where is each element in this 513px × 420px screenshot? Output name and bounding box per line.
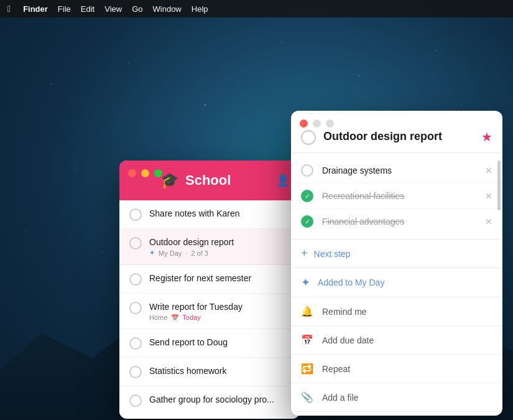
paperclip-icon: 📎 — [301, 391, 313, 403]
menubar-edit[interactable]: Edit — [81, 4, 95, 14]
school-window-controls — [128, 169, 162, 177]
school-share-icon[interactable]: 👤 — [276, 174, 290, 187]
task-title: Share notes with Karen — [149, 208, 290, 219]
task-subtitle: Home 📅 Today — [149, 314, 290, 321]
task-count-label: · — [185, 250, 187, 257]
subtask-item[interactable]: Drainage systems ✕ — [291, 158, 502, 184]
detail-task-title: Outdoor design report — [323, 130, 442, 143]
repeat-label: Repeat — [322, 364, 350, 374]
list-item[interactable]: Write report for Tuesday Home 📅 Today — [119, 294, 300, 329]
remind-me-button[interactable]: 🔔 Remind me — [291, 297, 502, 326]
menubar-window[interactable]: Window — [153, 4, 182, 14]
add-step-label: Next step — [314, 249, 351, 259]
detail-window: Outdoor design report ★ Drainage systems… — [291, 111, 502, 416]
school-window-title: School — [185, 172, 231, 189]
task-title: Outdoor design report — [149, 236, 290, 248]
school-window: 🎓 School 👤 Share notes with Karen Outdoo… — [119, 161, 300, 419]
task-title: Write report for Tuesday — [149, 301, 290, 312]
task-complete-circle[interactable] — [129, 237, 142, 250]
plus-icon: + — [301, 247, 308, 260]
task-step-count: 2 of 3 — [191, 250, 208, 257]
subtask-title: Financial advantages — [322, 217, 476, 226]
task-subtitle: ✦ My Day · 2 of 3 — [149, 249, 290, 257]
task-content: Gather group for sociology pro... — [149, 394, 290, 405]
add-step-button[interactable]: + Next step — [291, 240, 502, 268]
detail-maximize-button[interactable] — [326, 119, 334, 128]
task-content: Write report for Tuesday Home 📅 Today — [149, 301, 290, 321]
detail-title-row: Outdoor design report ★ — [323, 129, 492, 144]
detail-minimize-button[interactable] — [313, 119, 321, 128]
add-file-label: Add a file — [322, 393, 358, 403]
school-title-area: 🎓 School — [160, 172, 231, 189]
task-myday-label: My Day — [159, 250, 182, 257]
task-home-label: Home — [149, 314, 167, 321]
detail-close-button[interactable] — [300, 119, 308, 128]
subtask-circle-completed[interactable]: ✓ — [301, 215, 313, 228]
menubar-view[interactable]: View — [104, 4, 122, 14]
school-window-header: 🎓 School 👤 — [119, 161, 300, 200]
school-emoji-icon: 🎓 — [160, 172, 179, 189]
sun-small-icon: ✦ — [149, 249, 155, 257]
myday-button[interactable]: ✦ Added to My Day — [291, 268, 502, 297]
scrollbar[interactable] — [497, 161, 501, 210]
bell-icon: 🔔 — [301, 306, 313, 317]
task-title: Send report to Doug — [149, 337, 290, 348]
sun-icon: ✦ — [301, 276, 310, 289]
list-item[interactable]: Share notes with Karen — [119, 200, 300, 229]
subtask-item[interactable]: ✓ Financial advantages ✕ — [291, 209, 502, 234]
add-file-button[interactable]: 📎 Add a file — [291, 383, 502, 412]
menubar-finder[interactable]: Finder — [23, 4, 48, 14]
task-complete-circle[interactable] — [129, 394, 142, 407]
task-today-label: Today — [182, 314, 200, 321]
menubar-help[interactable]: Help — [192, 4, 208, 14]
school-task-list: Share notes with Karen Outdoor design re… — [119, 200, 300, 414]
due-date-button[interactable]: 📅 Add due date — [291, 326, 502, 355]
star-icon[interactable]: ★ — [481, 129, 492, 144]
repeat-button[interactable]: 🔁 Repeat — [291, 355, 502, 383]
task-title: Register for next semester — [149, 273, 290, 284]
remind-label: Remind me — [322, 307, 367, 317]
task-content: Share notes with Karen — [149, 208, 290, 219]
apple-menu-icon[interactable]:  — [7, 4, 11, 14]
list-item[interactable]: Statistics homework — [119, 358, 300, 386]
task-content: Statistics homework — [149, 365, 290, 376]
task-complete-circle[interactable] — [129, 302, 142, 314]
detail-header: Outdoor design report ★ — [291, 111, 502, 153]
menubar:  Finder File Edit View Go Window Help — [0, 0, 513, 17]
subtask-remove-icon[interactable]: ✕ — [485, 191, 492, 201]
detail-subtasks-section: Drainage systems ✕ ✓ Recreational facili… — [291, 153, 502, 240]
detail-window-controls — [300, 119, 334, 128]
task-title: Statistics homework — [149, 365, 290, 376]
list-item[interactable]: Gather group for sociology pro... — [119, 386, 300, 414]
subtask-remove-icon[interactable]: ✕ — [485, 166, 492, 175]
task-complete-circle[interactable] — [129, 366, 142, 378]
repeat-icon: 🔁 — [301, 363, 313, 375]
calendar-small-icon: 📅 — [171, 314, 178, 321]
school-maximize-button[interactable] — [154, 169, 162, 177]
school-minimize-button[interactable] — [141, 169, 149, 177]
list-item[interactable]: Register for next semester — [119, 265, 300, 294]
task-content: Outdoor design report ✦ My Day · 2 of 3 — [149, 236, 290, 257]
list-item[interactable]: Send report to Doug — [119, 329, 300, 358]
due-date-label: Add due date — [322, 335, 374, 345]
subtask-item[interactable]: ✓ Recreational facilities ✕ — [291, 184, 502, 209]
menubar-file[interactable]: File — [58, 4, 71, 14]
subtask-circle[interactable] — [301, 164, 313, 177]
task-content: Send report to Doug — [149, 337, 290, 348]
task-title: Gather group for sociology pro... — [149, 394, 290, 405]
detail-task-circle[interactable] — [301, 130, 316, 145]
list-item[interactable]: Outdoor design report ✦ My Day · 2 of 3 — [119, 229, 300, 265]
task-content: Register for next semester — [149, 273, 290, 284]
task-complete-circle[interactable] — [129, 208, 142, 221]
school-close-button[interactable] — [128, 169, 136, 177]
subtask-circle-completed[interactable]: ✓ — [301, 190, 313, 202]
subtask-title: Recreational facilities — [322, 191, 476, 201]
myday-label: Added to My Day — [318, 278, 384, 287]
menubar-go[interactable]: Go — [132, 4, 142, 14]
subtask-remove-icon[interactable]: ✕ — [485, 217, 492, 226]
calendar-icon: 📅 — [301, 334, 313, 346]
subtask-title: Drainage systems — [322, 166, 476, 175]
task-complete-circle[interactable] — [129, 273, 142, 286]
task-complete-circle[interactable] — [129, 337, 142, 350]
